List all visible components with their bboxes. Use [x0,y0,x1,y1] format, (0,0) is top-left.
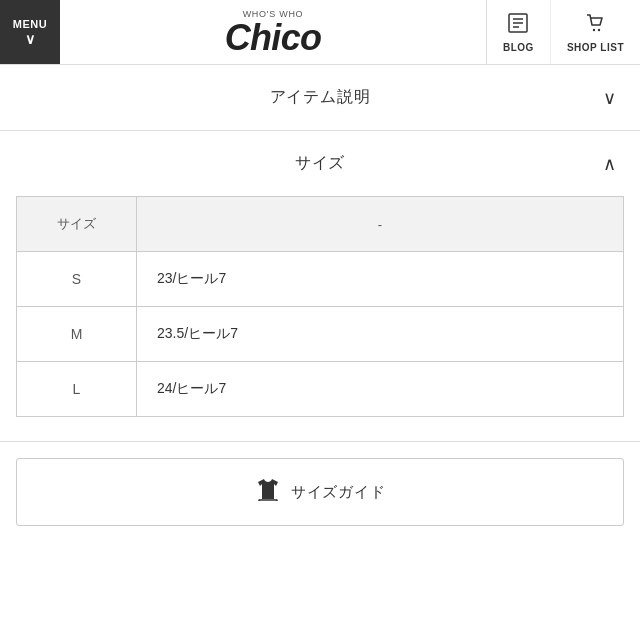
size-cell: M [17,307,137,362]
size-guide-button[interactable]: サイズガイド [16,458,624,526]
size-table-container: サイズ - S23/ヒール7M23.5/ヒール7L24/ヒール7 [0,196,640,441]
blog-icon [507,12,529,39]
size-section-toggle[interactable]: サイズ ∧ [0,131,640,196]
size-table: サイズ - S23/ヒール7M23.5/ヒール7L24/ヒール7 [16,196,624,417]
size-section: サイズ ∧ サイズ - S23/ヒール7M23.5/ヒール7L24/ヒール7 [0,131,640,442]
value-cell: 24/ヒール7 [137,362,624,417]
col1-header: サイズ [17,197,137,252]
logo-area: WHO'S WHO Chico [60,0,486,64]
blog-label: BLOG [503,42,534,53]
size-guide-label: サイズガイド [291,483,386,502]
size-section-toggle-icon: ∧ [603,153,616,175]
size-guide-section: サイズガイド [0,442,640,550]
size-section-title: サイズ [295,153,345,174]
size-cell: S [17,252,137,307]
menu-button[interactable]: MENU ∨ [0,0,60,64]
item-description-section: アイテム説明 ∨ [0,65,640,131]
header: MENU ∨ WHO'S WHO Chico BLOG [0,0,640,65]
shop-list-icon [584,12,606,39]
menu-chevron-icon: ∨ [25,32,36,46]
blog-nav-item[interactable]: BLOG [487,0,550,64]
size-guide-shirt-icon [255,477,281,507]
svg-point-4 [593,28,595,30]
svg-point-5 [598,28,600,30]
table-header-row: サイズ - [17,197,624,252]
shop-list-nav-item[interactable]: SHOP LIST [550,0,640,64]
table-row: L24/ヒール7 [17,362,624,417]
col2-header: - [137,197,624,252]
shop-list-label: SHOP LIST [567,42,624,53]
table-row: S23/ヒール7 [17,252,624,307]
item-description-title: アイテム説明 [270,87,371,108]
brand-name: Chico [225,20,321,56]
header-nav: BLOG SHOP LIST [486,0,640,64]
item-description-toggle-icon: ∨ [603,87,616,109]
menu-label: MENU [13,18,48,30]
table-row: M23.5/ヒール7 [17,307,624,362]
item-description-toggle[interactable]: アイテム説明 ∨ [0,65,640,130]
value-cell: 23/ヒール7 [137,252,624,307]
size-cell: L [17,362,137,417]
value-cell: 23.5/ヒール7 [137,307,624,362]
